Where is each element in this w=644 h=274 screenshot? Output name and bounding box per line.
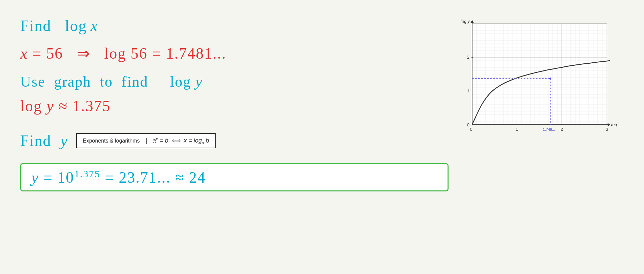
svg-text:1: 1 <box>467 88 469 93</box>
svg-text:0: 0 <box>470 127 472 132</box>
svg-point-74 <box>549 78 551 80</box>
line-logy: log y ≈ 1.375 <box>20 97 449 115</box>
svg-text:2: 2 <box>467 55 469 60</box>
svg-text:0: 0 <box>467 122 469 127</box>
exponent-box: Exponents & logarithms ax = b ⟺ x = loga… <box>76 133 216 148</box>
graph-container: log x log y 0 1 2 3 0 1 2 <box>455 17 617 145</box>
line-use-graph: Use graph to find log y <box>20 73 449 90</box>
svg-text:3: 3 <box>606 127 608 132</box>
svg-text:1.748...: 1.748... <box>543 127 555 131</box>
result-box: y = 101.375 = 23.71... ≈ 24 <box>20 163 449 191</box>
right-panel: log x log y 0 1 2 3 0 1 2 <box>449 10 624 264</box>
line-result: y = 101.375 = 23.71... ≈ 24 <box>31 168 437 186</box>
find-y-row: Find y Exponents & logarithms ax = b ⟺ x… <box>20 132 449 150</box>
svg-marker-62 <box>470 20 474 23</box>
line-x-equals: x = 56 ⇒ log 56 = 1.7481... <box>20 44 449 62</box>
svg-text:log y: log y <box>460 19 470 24</box>
line-find-y: Find y <box>20 132 68 150</box>
svg-text:2: 2 <box>560 127 563 132</box>
graph-svg: log x log y 0 1 2 3 0 1 2 <box>455 17 617 145</box>
exponent-label: Exponents & logarithms <box>83 138 147 144</box>
svg-text:log x: log x <box>611 122 617 127</box>
main-container: Find log x x = 56 ⇒ log 56 = 1.7481... U… <box>0 0 644 274</box>
left-panel: Find log x x = 56 ⇒ log 56 = 1.7481... U… <box>20 10 449 264</box>
exponent-formula: ax = b ⟺ x = loga b <box>153 136 209 145</box>
svg-text:1: 1 <box>516 127 518 132</box>
line-find-logx: Find log x <box>20 17 449 35</box>
svg-marker-61 <box>608 123 610 126</box>
